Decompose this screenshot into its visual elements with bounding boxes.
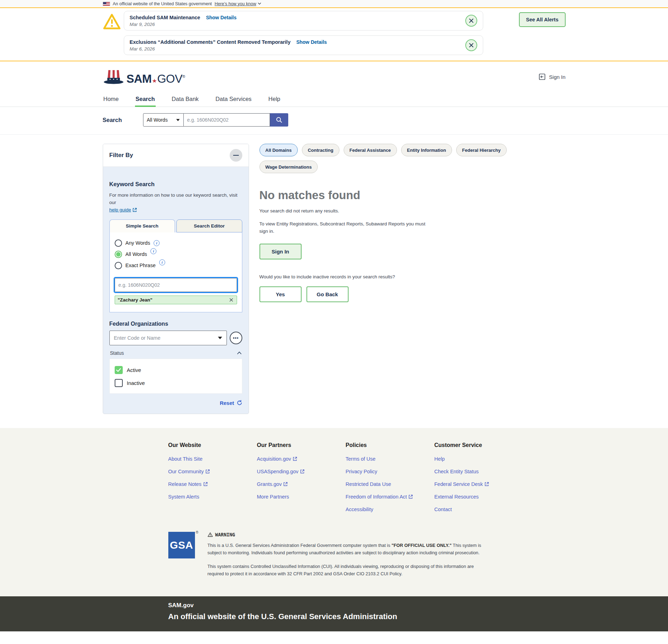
radio-all-words[interactable] — [115, 251, 122, 258]
warning-icon — [208, 532, 213, 537]
federal-organizations-select[interactable]: Enter Code or Name — [109, 331, 227, 345]
tab-search-editor[interactable]: Search Editor — [176, 219, 242, 232]
footer-link-label: External Resources — [434, 494, 479, 500]
search-label: Search — [103, 117, 143, 123]
go-back-button[interactable]: Go Back — [306, 286, 349, 302]
alert-show-details-link[interactable]: Show Details — [206, 15, 236, 20]
footer-link-help[interactable]: Help — [434, 456, 523, 462]
footer-link-check-entity-status[interactable]: Check Entity Status — [434, 469, 523, 474]
header-sign-in-link[interactable]: Sign In — [538, 73, 566, 81]
search-submit-button[interactable] — [270, 113, 288, 127]
ellipsis-icon: ••• — [233, 335, 239, 340]
banner-how-you-know-link[interactable]: Here’s how you know — [215, 1, 261, 6]
pill-federal-hierarchy[interactable]: Federal Hierarchy — [456, 144, 507, 156]
info-icon[interactable]: i — [154, 240, 160, 246]
footer-link-more-partners[interactable]: More Partners — [257, 494, 346, 500]
footer-link-label: Terms of Use — [346, 456, 376, 462]
nav-item-data-services[interactable]: Data Services — [215, 92, 252, 107]
nav-item-home[interactable]: Home — [103, 92, 120, 107]
alert-close-button[interactable] — [465, 15, 477, 27]
footer-link-foia[interactable]: Freedom of Information Act — [346, 494, 434, 500]
pill-federal-assistance[interactable]: Federal Assistance — [344, 144, 397, 156]
footer-link-privacy-policy[interactable]: Privacy Policy — [346, 469, 434, 474]
help-guide-link[interactable]: help guide — [109, 206, 137, 214]
alert-show-details-link[interactable]: Show Details — [296, 39, 327, 45]
status-inactive-label: Inactive — [127, 380, 145, 386]
pill-contracting[interactable]: Contracting — [302, 144, 339, 156]
filter-collapse-button[interactable] — [230, 149, 242, 162]
nav-item-search[interactable]: Search — [135, 92, 156, 107]
chip-remove-button[interactable] — [229, 298, 234, 302]
sign-in-button[interactable]: Sign In — [259, 244, 302, 259]
pill-all-domains[interactable]: All Domains — [259, 144, 298, 156]
nav-item-data-bank[interactable]: Data Bank — [171, 92, 200, 107]
org-more-options-button[interactable]: ••• — [230, 332, 242, 344]
see-all-alerts-button[interactable]: See All Alerts — [519, 12, 565, 27]
logo-registered-mark: ® — [182, 74, 185, 79]
search-results-area: All Domains Contracting Federal Assistan… — [259, 144, 566, 302]
footer-link-our-community[interactable]: Our Community — [168, 469, 257, 474]
warning-triangle-icon — [103, 11, 124, 30]
footer-link-label: Accessibility — [346, 507, 373, 512]
alert-title: Scheduled SAM Maintenance — [130, 15, 200, 20]
pill-wage-determinations[interactable]: Wage Determinations — [259, 161, 318, 173]
keyword-chip: "Zachary Jean" — [115, 296, 237, 304]
sam-gov-logo[interactable]: SAM★GOV® — [103, 68, 185, 86]
footer-link-release-notes[interactable]: Release Notes — [168, 481, 257, 487]
alert-scheduled-maintenance: Scheduled SAM Maintenance Show Details M… — [124, 11, 484, 30]
footer-link-restricted-data-use[interactable]: Restricted Data Use — [346, 481, 434, 487]
footer-link-accessibility[interactable]: Accessibility — [346, 507, 434, 512]
status-section-toggle[interactable]: Status — [110, 350, 242, 356]
radio-exact-phrase[interactable] — [115, 262, 122, 269]
nav-item-help[interactable]: Help — [268, 92, 281, 107]
status-active-option[interactable]: Active — [115, 366, 237, 374]
footer-heading: Customer Service — [434, 442, 523, 448]
footer-link-federal-service-desk[interactable]: Federal Service Desk — [434, 481, 523, 487]
search-input[interactable] — [184, 113, 270, 127]
checkbox-inactive-unchecked[interactable] — [115, 379, 123, 387]
reset-filters-link[interactable]: Reset — [109, 400, 242, 407]
alert-close-button[interactable] — [465, 39, 477, 51]
footer-link-label: Release Notes — [168, 481, 202, 487]
footer-link-external-resources[interactable]: External Resources — [434, 494, 523, 500]
footer-link-usaspending-gov[interactable]: USASpending.gov — [257, 469, 346, 474]
keyword-input[interactable] — [115, 278, 237, 292]
search-mode-select[interactable]: All Words — [143, 113, 184, 127]
no-results-subtitle: Your search did not return any results. — [259, 208, 566, 213]
filter-panel-title: Filter By — [109, 152, 133, 159]
federal-organizations-heading: Federal Organizations — [109, 321, 242, 327]
footer-link-grants-gov[interactable]: Grants.gov — [257, 481, 346, 487]
search-bar-section: Search All Words — [0, 107, 668, 135]
footer-link-system-alerts[interactable]: System Alerts — [168, 494, 257, 500]
checkbox-active-checked[interactable] — [115, 366, 123, 374]
bottom-site-name: SAM.gov — [168, 602, 566, 609]
footer-link-contact[interactable]: Contact — [434, 507, 523, 512]
info-icon[interactable]: i — [159, 259, 165, 265]
yes-button[interactable]: Yes — [259, 286, 302, 302]
footer-link-about-this-site[interactable]: About This Site — [168, 456, 257, 462]
sign-in-label: Sign In — [549, 74, 566, 80]
usa-gov-banner: An official website of the United States… — [0, 0, 668, 8]
footer-link-label: System Alerts — [168, 494, 200, 500]
pill-entity-information[interactable]: Entity Information — [401, 144, 452, 156]
site-header: SAM★GOV® Sign In — [0, 61, 668, 92]
footer-link-terms-of-use[interactable]: Terms of Use — [346, 456, 434, 462]
radio-any-words[interactable] — [115, 239, 122, 247]
status-inactive-option[interactable]: Inactive — [115, 379, 237, 387]
refresh-icon — [237, 400, 242, 406]
tab-simple-search[interactable]: Simple Search — [109, 219, 175, 232]
close-icon — [469, 18, 474, 23]
footer-link-acquisition-gov[interactable]: Acquisition.gov — [257, 456, 346, 462]
logo-sam-text: SAM — [127, 72, 152, 86]
caret-down-icon — [218, 337, 222, 339]
radio-any-words-label: Any Words — [126, 240, 150, 246]
chevron-up-icon — [237, 352, 242, 354]
keyword-search-heading: Keyword Search — [109, 181, 242, 188]
footer-heading: Our Partners — [257, 442, 346, 448]
info-icon[interactable]: i — [150, 248, 156, 254]
external-link-icon — [203, 482, 208, 486]
alert-exclusions: Exclusions “Additional Comments” Content… — [124, 35, 484, 55]
alerts-section: Scheduled SAM Maintenance Show Details M… — [0, 8, 668, 61]
keyword-chip-label: "Zachary Jean" — [118, 297, 153, 303]
banner-link-label: Here’s how you know — [215, 1, 256, 6]
